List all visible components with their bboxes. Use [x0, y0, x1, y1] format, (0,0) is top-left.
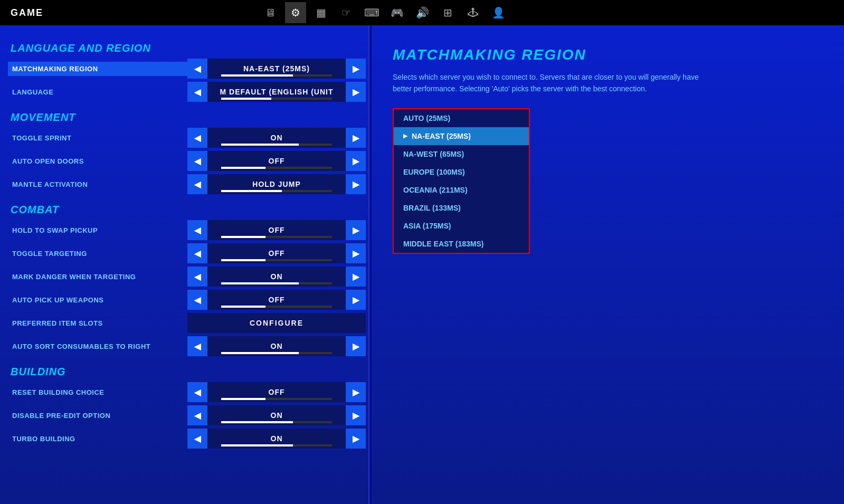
left-arrow-language[interactable]: ◀ [187, 82, 207, 102]
setting-row-preferred-slots: PREFERRED ITEM SLOTS CONFIGURE [5, 313, 368, 333]
left-arrow-mantle[interactable]: ◀ [187, 174, 207, 194]
value-text-language: M DEFAULT (ENGLISH (UNIT [220, 88, 333, 96]
nav-monitor-icon[interactable]: 🖥 [260, 2, 281, 23]
value-matchmaking-region: NA-EAST (25MS) [207, 59, 346, 79]
right-arrow-auto-open-doors[interactable]: ▶ [346, 151, 366, 171]
right-arrow-mantle[interactable]: ▶ [346, 174, 366, 194]
control-hold-swap: ◀ OFF ▶ [187, 220, 366, 240]
control-auto-pickup: ◀ OFF ▶ [187, 290, 366, 310]
value-bar-mantle [221, 190, 282, 192]
label-auto-sort: AUTO SORT CONSUMABLES TO RIGHT [8, 343, 187, 350]
value-bar-targeting [221, 259, 265, 261]
value-bar-container-matchmaking [221, 74, 332, 77]
section-movement: MOVEMENT [5, 105, 368, 128]
control-auto-sort: ◀ ON ▶ [187, 336, 366, 356]
nav-speaker-icon[interactable]: 🔊 [412, 2, 433, 23]
value-bar-auto-sort [221, 352, 299, 354]
value-text-auto-open-doors: OFF [269, 157, 285, 165]
left-arrow-matchmaking[interactable]: ◀ [187, 59, 207, 79]
dropdown-item-oceania-label: OCEANIA (211MS) [403, 186, 468, 194]
value-text-hold-swap: OFF [269, 226, 285, 234]
setting-row-reset-building: RESET BUILDING CHOICE ◀ OFF ▶ [5, 382, 368, 402]
right-arrow-toggle-targeting[interactable]: ▶ [346, 243, 366, 263]
value-bar-container-pre-edit [221, 421, 332, 423]
dropdown-item-na-east[interactable]: ▶ NA-EAST (25MS) [394, 127, 529, 145]
value-text-toggle-targeting: OFF [269, 249, 285, 258]
left-arrow-toggle-targeting[interactable]: ◀ [187, 243, 207, 263]
value-bar-container-turbo [221, 444, 332, 446]
right-arrow-toggle-sprint[interactable]: ▶ [346, 128, 366, 148]
control-disable-pre-edit: ◀ ON ▶ [187, 405, 366, 425]
value-bar-container-language [221, 98, 332, 100]
value-bar-mark-danger [221, 282, 299, 284]
value-bar-container-auto-pickup [221, 306, 332, 308]
value-bar-matchmaking [221, 74, 293, 77]
control-toggle-sprint: ◀ ON ▶ [187, 128, 366, 148]
right-arrow-auto-pickup[interactable]: ▶ [346, 290, 366, 310]
dropdown-item-middle-east[interactable]: MIDDLE EAST (183MS) [394, 235, 529, 253]
left-arrow-reset-building[interactable]: ◀ [187, 382, 207, 402]
dropdown-item-na-west-label: NA-WEST (65MS) [403, 150, 464, 158]
control-preferred-slots: CONFIGURE [187, 313, 366, 333]
left-arrow-disable-pre-edit[interactable]: ◀ [187, 405, 207, 425]
right-panel-title: MATCHMAKING REGION [393, 46, 823, 63]
value-language: M DEFAULT (ENGLISH (UNIT [207, 82, 346, 102]
left-arrow-hold-swap[interactable]: ◀ [187, 220, 207, 240]
left-arrow-toggle-sprint[interactable]: ◀ [187, 128, 207, 148]
value-text-disable-pre-edit: ON [271, 411, 283, 420]
value-bar-container-sprint [221, 144, 332, 146]
value-text-mark-danger: ON [271, 272, 283, 281]
value-mantle-activation: HOLD JUMP [207, 174, 346, 194]
dropdown-item-brazil[interactable]: BRAZIL (133MS) [394, 199, 529, 217]
nav-gamepad-icon[interactable]: 🎮 [386, 2, 407, 23]
right-arrow-language[interactable]: ▶ [346, 82, 366, 102]
right-arrow-auto-sort[interactable]: ▶ [346, 336, 366, 356]
left-arrow-auto-pickup[interactable]: ◀ [187, 290, 207, 310]
configure-button[interactable]: CONFIGURE [187, 313, 366, 333]
right-arrow-turbo-building[interactable]: ▶ [346, 429, 366, 449]
value-text-matchmaking: NA-EAST (25MS) [243, 64, 310, 73]
left-arrow-auto-sort[interactable]: ◀ [187, 336, 207, 356]
nav-controller-icon[interactable]: 🕹 [462, 2, 483, 23]
value-bar-turbo [221, 444, 293, 446]
dropdown-item-auto[interactable]: AUTO (25MS) [394, 109, 529, 127]
right-arrow-reset-building[interactable]: ▶ [346, 382, 366, 402]
right-arrow-disable-pre-edit[interactable]: ▶ [346, 405, 366, 425]
right-arrow-matchmaking[interactable]: ▶ [346, 59, 366, 79]
right-arrow-mark-danger[interactable]: ▶ [346, 267, 366, 287]
label-hold-swap: HOLD TO SWAP PICKUP [8, 226, 187, 234]
section-combat: COMBAT [5, 197, 368, 220]
left-arrow-turbo-building[interactable]: ◀ [187, 429, 207, 449]
nav-keyboard-icon[interactable]: ⌨ [361, 2, 382, 23]
dropdown-item-oceania[interactable]: OCEANIA (211MS) [394, 181, 529, 199]
nav-icons: 🖥 ⚙ ▦ ☞ ⌨ 🎮 🔊 ⊞ 🕹 👤 [260, 2, 509, 23]
nav-layout-icon[interactable]: ⊞ [437, 2, 458, 23]
value-bar-pre-edit [221, 421, 293, 423]
label-auto-pickup: AUTO PICK UP WEAPONS [8, 296, 187, 304]
label-toggle-sprint: TOGGLE SPRINT [8, 134, 187, 142]
value-text-reset-building: OFF [269, 388, 285, 396]
left-arrow-mark-danger[interactable]: ◀ [187, 267, 207, 287]
label-matchmaking-region: MATCHMAKING REGION [8, 62, 187, 76]
dropdown-item-europe[interactable]: EUROPE (100MS) [394, 163, 529, 181]
left-arrow-auto-open-doors[interactable]: ◀ [187, 151, 207, 171]
top-bar: GAME 🖥 ⚙ ▦ ☞ ⌨ 🎮 🔊 ⊞ 🕹 👤 [0, 0, 844, 25]
value-bar-container-targeting [221, 259, 332, 261]
app-title: GAME [11, 7, 43, 18]
value-reset-building: OFF [207, 382, 346, 402]
value-bar-container-hold-swap [221, 236, 332, 238]
nav-hand-icon[interactable]: ☞ [336, 2, 357, 23]
nav-display-icon[interactable]: ▦ [310, 2, 331, 23]
dropdown-item-na-west[interactable]: NA-WEST (65MS) [394, 145, 529, 163]
dropdown-item-na-east-label: NA-EAST (25MS) [412, 132, 471, 140]
nav-user-icon[interactable]: 👤 [488, 2, 509, 23]
value-bar-hold-swap [221, 236, 265, 238]
dropdown-item-asia[interactable]: ASIA (175MS) [394, 217, 529, 235]
right-arrow-hold-swap[interactable]: ▶ [346, 220, 366, 240]
control-mantle-activation: ◀ HOLD JUMP ▶ [187, 174, 366, 194]
nav-gear-icon[interactable]: ⚙ [285, 2, 306, 23]
value-bar-doors [221, 167, 265, 169]
label-mantle-activation: MANTLE ACTIVATION [8, 180, 187, 188]
value-bar-auto-pickup [221, 306, 265, 308]
dropdown-item-middle-east-label: MIDDLE EAST (183MS) [403, 240, 483, 248]
